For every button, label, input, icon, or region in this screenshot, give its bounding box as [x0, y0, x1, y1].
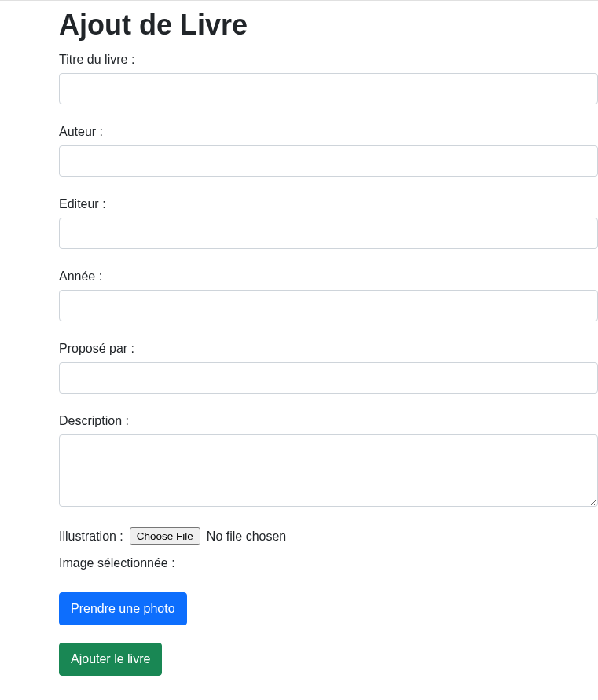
- selected-image-label: Image sélectionnée :: [59, 556, 598, 570]
- take-photo-button[interactable]: Prendre une photo: [59, 592, 187, 625]
- title-label: Titre du livre :: [59, 53, 598, 67]
- author-field-group: Auteur :: [59, 125, 598, 177]
- proposed-by-label: Proposé par :: [59, 342, 598, 356]
- title-input[interactable]: [59, 73, 598, 104]
- publisher-input[interactable]: [59, 218, 598, 249]
- publisher-field-group: Editeur :: [59, 197, 598, 249]
- description-textarea[interactable]: [59, 434, 598, 507]
- year-field-group: Année :: [59, 269, 598, 321]
- add-book-button[interactable]: Ajouter le livre: [59, 643, 162, 676]
- proposed-by-input[interactable]: [59, 362, 598, 394]
- title-field-group: Titre du livre :: [59, 53, 598, 104]
- proposed-by-field-group: Proposé par :: [59, 342, 598, 394]
- illustration-label: Illustration :: [59, 530, 123, 544]
- author-label: Auteur :: [59, 125, 598, 139]
- year-input[interactable]: [59, 290, 598, 321]
- author-input[interactable]: [59, 145, 598, 177]
- year-label: Année :: [59, 269, 598, 284]
- file-status-text: No file chosen: [207, 530, 286, 544]
- illustration-row: Illustration : Choose File No file chose…: [59, 527, 598, 545]
- description-field-group: Description :: [59, 414, 598, 507]
- add-book-form-container: Ajout de Livre Titre du livre : Auteur :…: [0, 1, 598, 699]
- publisher-label: Editeur :: [59, 197, 598, 211]
- page-title: Ajout de Livre: [59, 9, 598, 42]
- choose-file-button[interactable]: Choose File: [130, 527, 200, 545]
- description-label: Description :: [59, 414, 598, 428]
